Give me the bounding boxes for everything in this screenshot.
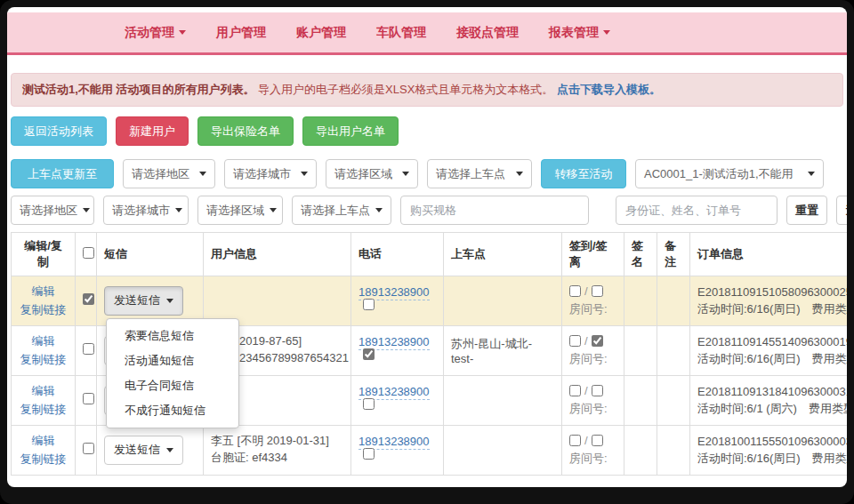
signin-checkbox[interactable] xyxy=(569,385,581,396)
signature-cell xyxy=(624,425,657,475)
order-number: E20181109131841096300031 xyxy=(697,383,847,401)
chevron-down-icon xyxy=(270,208,277,212)
region-select-2[interactable]: 请选择地区 xyxy=(11,196,94,225)
copy-link[interactable]: 复制链接 xyxy=(20,303,67,316)
district-select-2[interactable]: 请选择区域 xyxy=(197,196,283,225)
edit-link[interactable]: 编辑 xyxy=(32,284,55,298)
copy-link[interactable]: 复制链接 xyxy=(20,353,67,366)
signout-checkbox[interactable] xyxy=(592,435,603,446)
city-select[interactable]: 请选择城市 xyxy=(224,159,317,188)
header-user-info: 用户信息 xyxy=(204,233,351,276)
nav-label: 用户管理 xyxy=(216,25,266,41)
update-pickup-point-button[interactable]: 上车点更新至 xyxy=(11,159,114,188)
chevron-down-icon xyxy=(175,208,182,212)
alert-banner: 测试活动1,不能用 活动项目的所有用户列表。 导入用户的电子档必须是XLSX格式… xyxy=(11,73,843,107)
menu-item-request-info-sms[interactable]: 索要信息短信 xyxy=(107,324,238,348)
activity-select[interactable]: AC0001_1-测试活动1,不能用 xyxy=(635,159,824,188)
row-checkbox[interactable] xyxy=(83,293,94,305)
nav-account-management[interactable]: 账户管理 xyxy=(296,25,346,41)
pickup-point-select[interactable]: 请选择上车点 xyxy=(427,159,532,188)
signin-checkbox[interactable] xyxy=(569,335,581,347)
room-number-label: 房间号: xyxy=(569,351,616,367)
nav-label: 活动管理 xyxy=(125,25,174,41)
transfer-to-activity-button[interactable]: 转移至活动 xyxy=(541,159,626,188)
nav-fleet-management[interactable]: 车队管理 xyxy=(376,25,426,41)
chevron-down-icon xyxy=(83,208,90,212)
edit-link[interactable]: 编辑 xyxy=(32,434,55,447)
nav-report-management[interactable]: 报表管理 xyxy=(549,25,610,41)
back-to-activity-list-button[interactable]: 返回活动列表 xyxy=(11,116,107,146)
signin-checkbox[interactable] xyxy=(569,435,581,446)
edit-link[interactable]: 编辑 xyxy=(32,384,55,397)
signout-checkbox[interactable] xyxy=(592,285,603,297)
export-user-list-button[interactable]: 导出用户名单 xyxy=(302,116,399,146)
menu-item-e-contract-sms[interactable]: 电子合同短信 xyxy=(107,373,238,398)
select-value: 请选择区域 xyxy=(334,166,392,182)
reset-button[interactable]: 重置 xyxy=(786,196,827,225)
nav-label: 车队管理 xyxy=(376,25,426,41)
phone-checkbox[interactable] xyxy=(363,448,375,460)
signout-checkbox[interactable] xyxy=(592,385,603,396)
sign-separator: / xyxy=(584,384,588,397)
search-input[interactable] xyxy=(616,196,777,225)
phone-checkbox[interactable] xyxy=(363,299,375,310)
nav-label: 账户管理 xyxy=(296,25,346,41)
row-checkbox[interactable] xyxy=(83,443,94,454)
region-select[interactable]: 请选择地区 xyxy=(123,159,215,188)
signature-cell xyxy=(624,375,657,425)
select-value: 请选择地区 xyxy=(132,166,189,182)
send-sms-button[interactable]: 发送短信 xyxy=(104,286,183,316)
order-time: 活动时间:6/16(周日) 费用类型 xyxy=(697,450,847,468)
order-number: E20181109151058096300025 xyxy=(697,284,847,301)
note-cell xyxy=(657,325,690,375)
filter-row-1: 上车点更新至 请选择地区 请选择城市 请选择区域 请选择上车点 转移至活动 AC… xyxy=(11,159,843,188)
row-checkbox[interactable] xyxy=(83,343,94,355)
header-note: 备注 xyxy=(657,233,690,276)
send-sms-label: 发送短信 xyxy=(114,292,160,308)
nav-user-management[interactable]: 用户管理 xyxy=(216,25,266,41)
edit-link[interactable]: 编辑 xyxy=(32,334,55,348)
phone-checkbox[interactable] xyxy=(363,348,375,360)
send-sms-button[interactable]: 发送短信 xyxy=(104,436,183,465)
pickup-point-cell xyxy=(444,276,562,326)
select-all-checkbox[interactable] xyxy=(83,247,94,259)
pickup-point-select-2[interactable]: 请选择上车点 xyxy=(292,196,391,225)
nav-label: 报表管理 xyxy=(549,25,599,41)
nav-label: 接驳点管理 xyxy=(456,25,519,41)
sign-separator: / xyxy=(584,284,588,298)
menu-item-cancellation-notice-sms[interactable]: 不成行通知短信 xyxy=(107,398,238,423)
menu-item-activity-notice-sms[interactable]: 活动通知短信 xyxy=(107,348,238,373)
send-sms-label: 发送短信 xyxy=(114,442,160,458)
order-number: E20181109145514096300019 xyxy=(697,333,847,351)
download-template-link[interactable]: 点击下载导入模板。 xyxy=(557,83,661,96)
purchase-spec-input[interactable] xyxy=(400,196,589,225)
user-info-line2: 23456789987654321 xyxy=(239,350,343,367)
signout-checkbox[interactable] xyxy=(592,335,603,347)
sms-dropdown-menu: 索要信息短信 活动通知短信 电子合同短信 不成行通知短信 xyxy=(106,318,239,428)
pickup-point-cell: 苏州-昆山-城北-test- xyxy=(444,325,562,375)
alert-warning-text: 导入用户的电子档必须是XLSX格式且单元格为文本格式。 xyxy=(258,83,553,96)
chevron-down-icon xyxy=(808,172,815,176)
pagination-summary: 总计：4 条,当前页：1 / 1 页 xyxy=(12,486,847,488)
signature-cell xyxy=(624,325,657,375)
row-checkbox[interactable] xyxy=(83,393,94,404)
district-select[interactable]: 请选择区域 xyxy=(326,159,418,188)
filter-button[interactable]: 过滤 xyxy=(836,196,847,225)
table-row-4: 编辑 复制链接 发送短信 李五 [不明 2019-01-31] xyxy=(12,425,848,475)
new-user-button[interactable]: 新建用户 xyxy=(116,116,189,146)
header-phone: 电话 xyxy=(351,233,444,276)
copy-link[interactable]: 复制链接 xyxy=(20,403,67,416)
signin-checkbox[interactable] xyxy=(569,285,581,297)
note-cell xyxy=(657,276,690,326)
copy-link[interactable]: 复制链接 xyxy=(20,452,67,466)
filter-row-2: 请选择地区 请选择城市 请选择区域 请选择上车点 重置 过滤 xyxy=(11,196,843,225)
chevron-down-icon xyxy=(199,172,206,176)
note-cell xyxy=(657,375,690,425)
city-select-2[interactable]: 请选择城市 xyxy=(103,196,189,225)
nav-shuttle-point-management[interactable]: 接驳点管理 xyxy=(456,25,519,41)
export-insurance-list-button[interactable]: 导出保险名单 xyxy=(197,116,294,146)
phone-checkbox[interactable] xyxy=(363,398,375,410)
chevron-down-icon xyxy=(166,299,173,303)
nav-activity-management[interactable]: 活动管理 xyxy=(125,25,186,41)
header-sms: 短信 xyxy=(97,233,204,276)
